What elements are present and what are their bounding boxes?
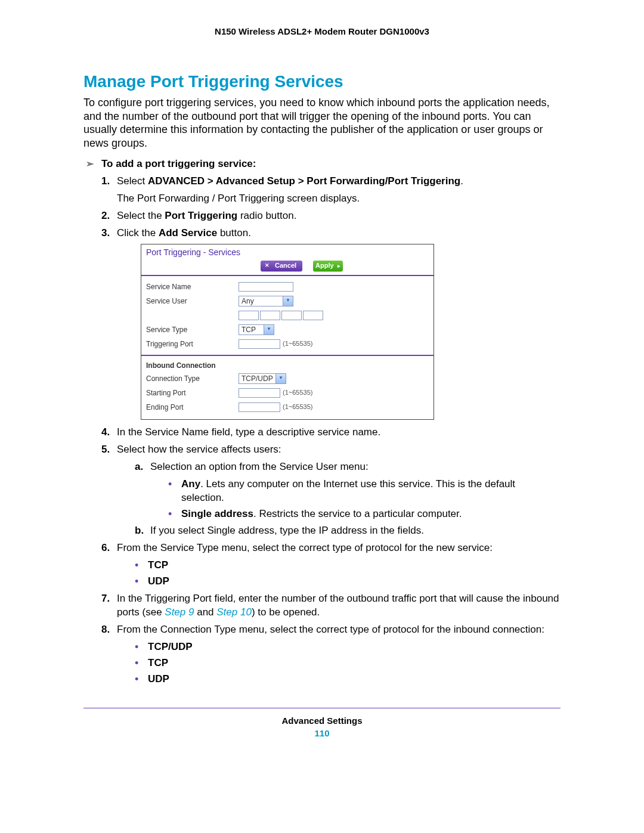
connection-type-select[interactable]: TCP/UDP ▼ (239, 373, 286, 384)
opt-udp: UDP (135, 575, 561, 589)
doc-header: N150 Wireless ADSL2+ Modem Router DGN100… (83, 26, 561, 36)
intro-paragraph: To configure port triggering services, y… (83, 96, 561, 150)
triggering-port-input[interactable] (239, 339, 280, 349)
router-ui-screenshot: Port Triggering - Services ✕ Cancel Appl… (141, 244, 434, 420)
opt-tcpudp: TCP/UDP (135, 640, 561, 654)
connection-type-label: Connection Type (146, 374, 239, 383)
inbound-heading: Inbound Connection (146, 360, 429, 371)
apply-button[interactable]: Apply ▸ (313, 261, 343, 271)
step-6: 6.From the Service Type menu, select the… (101, 541, 561, 589)
link-step9[interactable]: Step 9 (165, 606, 194, 618)
step-5b: b.If you select Single address, type the… (135, 524, 561, 538)
ip-address-fields[interactable] (239, 311, 323, 320)
step-1: 1. Select ADVANCED > Advanced Setup > Po… (101, 175, 561, 206)
link-step10[interactable]: Step 10 (216, 606, 252, 618)
starting-port-input[interactable] (239, 388, 280, 398)
ending-port-input[interactable] (239, 402, 280, 412)
chevron-down-icon: ▼ (283, 296, 293, 306)
ui-panel-title: Port Triggering - Services (141, 244, 434, 259)
chevron-down-icon: ▼ (275, 374, 286, 383)
step-4: 4.In the Service Name field, type a desc… (101, 426, 561, 439)
step-8: 8.From the Connection Type menu, select … (101, 623, 561, 686)
service-name-label: Service Name (146, 282, 239, 292)
cancel-button[interactable]: ✕ Cancel (261, 261, 302, 271)
opt-single: Single address. Restricts the service to… (168, 507, 561, 521)
starting-port-label: Starting Port (146, 388, 239, 398)
opt-udp2: UDP (135, 673, 561, 686)
service-user-label: Service User (146, 296, 239, 306)
opt-tcp2: TCP (135, 657, 561, 670)
arrow-right-icon: ▸ (338, 262, 340, 270)
step-3: 3. Click the Add Service button. Port Tr… (101, 227, 561, 420)
opt-tcp: TCP (135, 559, 561, 572)
service-user-select[interactable]: Any ▼ (239, 296, 293, 306)
step-5a: a.Selection an option from the Service U… (135, 460, 561, 521)
step-1-note: The Port Forwarding / Port Triggering sc… (117, 192, 561, 206)
step-7: 7. In the Triggering Port field, enter t… (101, 592, 561, 620)
ending-port-label: Ending Port (146, 402, 239, 412)
service-name-input[interactable] (239, 282, 293, 292)
opt-any: Any. Lets any computer on the Internet u… (168, 478, 561, 505)
service-type-select[interactable]: TCP ▼ (239, 324, 274, 335)
chevron-down-icon: ▼ (264, 325, 274, 335)
footer-page-number: 110 (83, 728, 561, 738)
close-icon: ✕ (263, 262, 271, 270)
triggering-port-label: Triggering Port (146, 339, 239, 349)
step-2: 2. Select the Port Triggering radio butt… (101, 209, 561, 223)
page-footer: Advanced Settings 110 (83, 708, 561, 738)
port-range-hint: (1~65535) (283, 339, 312, 348)
task-heading: To add a port triggering service: (83, 158, 561, 170)
step-5: 5.Select how the service affects users: … (101, 443, 561, 538)
section-title: Manage Port Triggering Services (83, 72, 561, 91)
footer-section-label: Advanced Settings (83, 716, 561, 726)
ui-button-bar: ✕ Cancel Apply ▸ (141, 259, 434, 276)
service-type-label: Service Type (146, 325, 239, 335)
